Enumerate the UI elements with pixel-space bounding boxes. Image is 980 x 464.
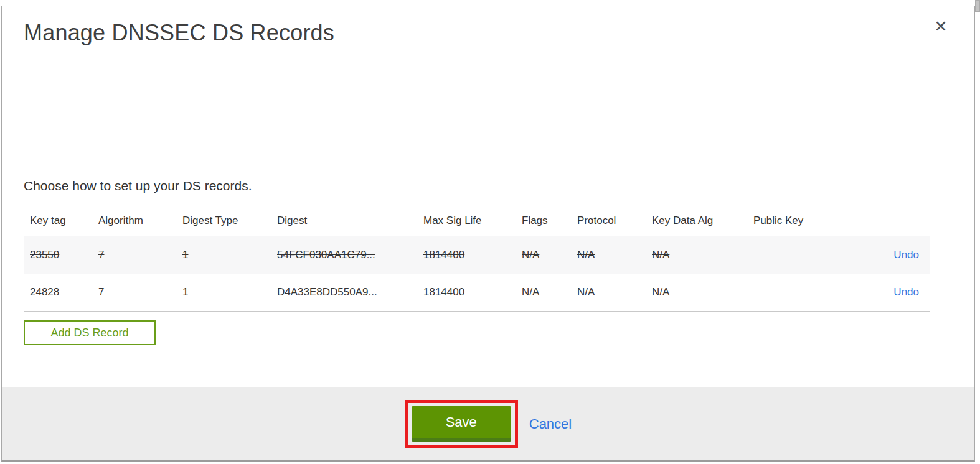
scrollbar-thumb[interactable] xyxy=(975,0,980,12)
table-row: 2482871D4A33E8DD550A9...1814400N/AN/AN/A… xyxy=(24,274,930,311)
table-cell: N/A xyxy=(577,286,652,299)
table-cell: 24828 xyxy=(24,286,98,299)
table-cell: N/A xyxy=(522,249,577,261)
column-header: Max Sig Life xyxy=(423,215,522,227)
manage-dnssec-dialog: Manage DNSSEC DS Records ✕ Choose how to… xyxy=(1,6,975,462)
column-header: Digest Type xyxy=(182,215,277,227)
table-cell-action: Undo xyxy=(859,249,930,261)
table-cell: N/A xyxy=(652,286,753,299)
redacted-domain-name xyxy=(24,139,243,165)
save-button[interactable]: Save xyxy=(412,406,511,442)
table-cell: 1 xyxy=(182,249,277,261)
table-cell: 23550 xyxy=(24,249,98,261)
column-header: Key tag xyxy=(24,215,98,227)
page-title: Manage DNSSEC DS Records xyxy=(24,20,334,46)
column-header: Flags xyxy=(522,215,577,227)
annotation-highlight-box: Save xyxy=(405,400,518,448)
table-cell-action: Undo xyxy=(859,286,930,299)
cancel-link[interactable]: Cancel xyxy=(529,416,572,432)
background-page-sliver xyxy=(976,0,980,464)
table-cell: N/A xyxy=(522,286,577,299)
table-row: 235507154FCF030AA1C79...1814400N/AN/AN/A… xyxy=(24,236,930,274)
dialog-footer: Save Cancel xyxy=(2,387,974,460)
table-cell: 7 xyxy=(98,286,182,299)
column-header: Digest xyxy=(277,215,423,227)
close-icon[interactable]: ✕ xyxy=(932,17,949,35)
table-header: Key tagAlgorithmDigest TypeDigestMax Sig… xyxy=(24,205,930,236)
undo-link[interactable]: Undo xyxy=(893,286,919,298)
table-cell: N/A xyxy=(652,249,753,261)
table-cell: 54FCF030AA1C79... xyxy=(277,249,423,261)
ds-records-table: Key tagAlgorithmDigest TypeDigestMax Sig… xyxy=(24,205,930,312)
column-header: Algorithm xyxy=(98,215,182,227)
column-header: Public Key xyxy=(753,215,859,227)
table-cell: 1 xyxy=(182,286,277,299)
table-cell: D4A33E8DD550A9... xyxy=(277,286,423,299)
table-body: 235507154FCF030AA1C79...1814400N/AN/AN/A… xyxy=(24,236,930,312)
column-header: Key Data Alg xyxy=(652,215,753,227)
column-header: Protocol xyxy=(577,215,652,227)
instruction-text: Choose how to set up your DS records. xyxy=(24,179,252,193)
undo-link[interactable]: Undo xyxy=(893,249,919,261)
add-ds-record-button[interactable]: Add DS Record xyxy=(24,320,156,345)
table-cell: 7 xyxy=(98,249,182,261)
table-cell: N/A xyxy=(577,249,652,261)
table-cell: 1814400 xyxy=(423,286,522,299)
table-cell: 1814400 xyxy=(423,249,522,261)
